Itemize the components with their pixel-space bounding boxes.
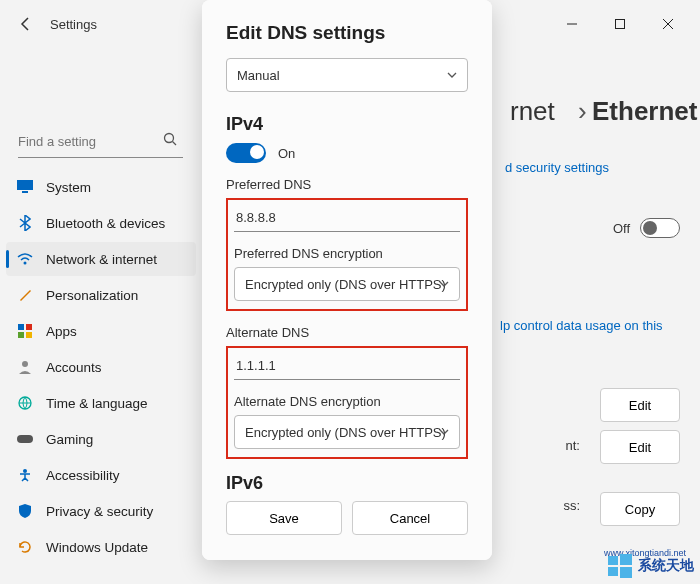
- sidebar-item-gaming[interactable]: Gaming: [6, 422, 196, 456]
- wifi-icon: [16, 250, 34, 268]
- save-button[interactable]: Save: [226, 501, 342, 535]
- gaming-icon: [16, 430, 34, 448]
- security-link[interactable]: d security settings: [505, 160, 609, 175]
- update-icon: [16, 538, 34, 556]
- minimize-button[interactable]: [550, 9, 594, 39]
- svg-point-16: [23, 469, 27, 473]
- close-icon: [663, 19, 673, 29]
- windows-logo-icon: [608, 554, 632, 578]
- svg-rect-6: [17, 180, 33, 190]
- sidebar-nav: System Bluetooth & devices Network & int…: [6, 170, 196, 566]
- sidebar-item-update[interactable]: Windows Update: [6, 530, 196, 564]
- address-label: ss:: [563, 498, 580, 513]
- apps-icon: [16, 322, 34, 340]
- person-icon: [16, 358, 34, 376]
- toggle-label: On: [278, 146, 295, 161]
- svg-rect-20: [620, 567, 632, 578]
- dialog-title: Edit DNS settings: [226, 22, 468, 44]
- svg-rect-9: [18, 324, 24, 330]
- alternate-dns-highlight: Alternate DNS encryption Encrypted only …: [226, 346, 468, 459]
- minimize-icon: [567, 19, 577, 29]
- sidebar-item-apps[interactable]: Apps: [6, 314, 196, 348]
- edit-button-1[interactable]: Edit: [600, 388, 680, 422]
- search-input[interactable]: [18, 126, 183, 158]
- breadcrumb-parent[interactable]: rnet: [510, 96, 555, 127]
- svg-rect-1: [616, 20, 625, 29]
- sidebar-item-accessibility[interactable]: Accessibility: [6, 458, 196, 492]
- svg-rect-12: [26, 332, 32, 338]
- shield-icon: [16, 502, 34, 520]
- sidebar-item-label: System: [46, 180, 91, 195]
- svg-rect-19: [608, 567, 618, 576]
- copy-button[interactable]: Copy: [600, 492, 680, 526]
- edit-button-2[interactable]: Edit: [600, 430, 680, 464]
- dropdown-value: Manual: [237, 68, 280, 83]
- mode-dropdown[interactable]: Manual: [226, 58, 468, 92]
- sidebar-item-label: Bluetooth & devices: [46, 216, 165, 231]
- assignment-label: nt:: [566, 438, 580, 453]
- svg-rect-18: [620, 554, 632, 565]
- sidebar-item-label: Accessibility: [46, 468, 120, 483]
- preferred-enc-dropdown[interactable]: Encrypted only (DNS over HTTPS): [234, 267, 460, 301]
- sidebar-item-label: Accounts: [46, 360, 102, 375]
- dns-dialog: Edit DNS settings Manual IPv4 On Preferr…: [202, 0, 492, 560]
- bluetooth-icon: [16, 214, 34, 232]
- preferred-enc-label: Preferred DNS encryption: [234, 246, 460, 261]
- chevron-down-icon: [447, 72, 457, 78]
- alternate-enc-label: Alternate DNS encryption: [234, 394, 460, 409]
- sidebar-item-label: Gaming: [46, 432, 93, 447]
- preferred-dns-highlight: Preferred DNS encryption Encrypted only …: [226, 198, 468, 311]
- preferred-dns-input[interactable]: [234, 204, 460, 232]
- cancel-button[interactable]: Cancel: [352, 501, 468, 535]
- monitor-icon: [16, 178, 34, 196]
- alternate-dns-label: Alternate DNS: [226, 325, 468, 340]
- sidebar-item-label: Time & language: [46, 396, 148, 411]
- sidebar-item-personalization[interactable]: Personalization: [6, 278, 196, 312]
- watermark-text: 系统天地: [638, 557, 694, 575]
- back-button[interactable]: [10, 8, 42, 40]
- sidebar-item-label: Personalization: [46, 288, 138, 303]
- dropdown-value: Encrypted only (DNS over HTTPS): [245, 277, 446, 292]
- sidebar-item-label: Apps: [46, 324, 77, 339]
- metered-toggle[interactable]: [640, 218, 680, 238]
- sidebar-item-privacy[interactable]: Privacy & security: [6, 494, 196, 528]
- svg-rect-11: [18, 332, 24, 338]
- search-icon: [163, 132, 177, 146]
- sidebar-item-system[interactable]: System: [6, 170, 196, 204]
- window-controls: [550, 9, 690, 39]
- alternate-dns-input[interactable]: [234, 352, 460, 380]
- sidebar-item-label: Network & internet: [46, 252, 157, 267]
- sidebar-item-accounts[interactable]: Accounts: [6, 350, 196, 384]
- svg-rect-17: [608, 556, 618, 565]
- sidebar-item-label: Privacy & security: [46, 504, 153, 519]
- accessibility-icon: [16, 466, 34, 484]
- metered-toggle-row: Off: [613, 218, 680, 238]
- sidebar-item-bluetooth[interactable]: Bluetooth & devices: [6, 206, 196, 240]
- usage-link[interactable]: lp control data usage on this: [500, 318, 663, 333]
- svg-rect-7: [22, 191, 28, 193]
- ipv4-header: IPv4: [226, 114, 468, 135]
- watermark: 系统天地: [608, 554, 694, 578]
- search-wrap: [18, 126, 183, 158]
- maximize-button[interactable]: [598, 9, 642, 39]
- ipv4-toggle[interactable]: [226, 143, 266, 163]
- globe-icon: [16, 394, 34, 412]
- svg-rect-10: [26, 324, 32, 330]
- chevron-down-icon: [439, 281, 449, 287]
- maximize-icon: [615, 19, 625, 29]
- dialog-button-row: Save Cancel: [226, 501, 468, 535]
- brush-icon: [16, 286, 34, 304]
- arrow-left-icon: [18, 16, 34, 32]
- window-title: Settings: [50, 17, 97, 32]
- alternate-enc-dropdown[interactable]: Encrypted only (DNS over HTTPS): [234, 415, 460, 449]
- sidebar-item-network[interactable]: Network & internet: [6, 242, 196, 276]
- sidebar-item-time[interactable]: Time & language: [6, 386, 196, 420]
- ipv6-header: IPv6: [226, 473, 468, 489]
- toggle-label: Off: [613, 221, 630, 236]
- dropdown-value: Encrypted only (DNS over HTTPS): [245, 425, 446, 440]
- close-button[interactable]: [646, 9, 690, 39]
- ipv4-toggle-row: On: [226, 143, 468, 163]
- svg-rect-15: [17, 435, 33, 443]
- svg-point-8: [24, 262, 27, 265]
- svg-line-5: [173, 142, 177, 146]
